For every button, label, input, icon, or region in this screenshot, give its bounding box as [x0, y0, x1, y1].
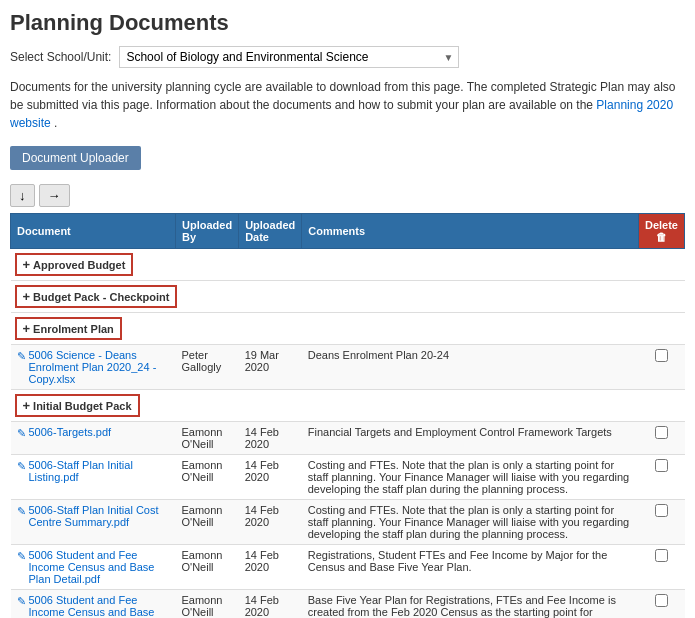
documents-table: Document Uploaded By Uploaded Date Comme…: [10, 213, 685, 618]
edit-icon: ✎: [17, 595, 26, 608]
delete-checkbox-cell: [638, 590, 684, 619]
uploaded-by-cell: Peter Gallogly: [176, 345, 239, 390]
delete-checkbox[interactable]: [655, 349, 668, 362]
collapse-all-button[interactable]: →: [39, 184, 70, 207]
col-header-delete: Delete 🗑: [638, 214, 684, 249]
school-select-label: Select School/Unit:: [10, 50, 111, 64]
edit-icon: ✎: [17, 350, 26, 363]
uploaded-date-cell: 14 Feb 2020: [239, 500, 302, 545]
comments-cell: Deans Enrolment Plan 20-24: [302, 345, 639, 390]
delete-label: Delete: [645, 219, 678, 231]
section-header-budget-pack-checkpoint: + Budget Pack - Checkpoint: [11, 281, 685, 313]
col-header-comments: Comments: [302, 214, 639, 249]
edit-icon: ✎: [17, 427, 26, 440]
description-text-before: Documents for the university planning cy…: [10, 80, 675, 112]
comments-cell: Costing and FTEs. Note that the plan is …: [302, 500, 639, 545]
page-title: Planning Documents: [0, 0, 695, 42]
comments-cell: Financial Targets and Employment Control…: [302, 422, 639, 455]
table-wrapper: Document Uploaded By Uploaded Date Comme…: [0, 213, 695, 618]
uploaded-date-cell: 14 Feb 2020: [239, 545, 302, 590]
uploaded-date-cell: 14 Feb 2020: [239, 422, 302, 455]
uploaded-by-cell: Eamonn O'Neill: [176, 545, 239, 590]
delete-checkbox[interactable]: [655, 426, 668, 439]
delete-checkbox[interactable]: [655, 504, 668, 517]
edit-icon: ✎: [17, 550, 26, 563]
section-label-initial-budget-pack[interactable]: + Initial Budget Pack: [15, 394, 140, 417]
uploaded-by-cell: Eamonn O'Neill: [176, 590, 239, 619]
col-header-document: Document: [11, 214, 176, 249]
table-header: Document Uploaded By Uploaded Date Comme…: [11, 214, 685, 249]
document-uploader-btn-wrapper: Document Uploader: [0, 138, 695, 178]
table-row: ✎5006 Student and Fee Income Census and …: [11, 545, 685, 590]
table-row: ✎5006-Staff Plan Initial Listing.pdfEamo…: [11, 455, 685, 500]
col-header-uploaded-by: Uploaded By: [176, 214, 239, 249]
comments-cell: Registrations, Student FTEs and Fee Inco…: [302, 545, 639, 590]
doc-name: 5006-Staff Plan Initial Listing.pdf: [29, 459, 170, 483]
section-label-approved-budget[interactable]: + Approved Budget: [15, 253, 134, 276]
doc-name: 5006 Student and Fee Income Census and B…: [29, 549, 170, 585]
document-link[interactable]: ✎5006-Targets.pdf: [17, 426, 170, 440]
table-row: ✎5006 Science - Deans Enrolment Plan 202…: [11, 345, 685, 390]
uploaded-date-cell: 14 Feb 2020: [239, 455, 302, 500]
document-link[interactable]: ✎5006 Student and Fee Income Census and …: [17, 594, 170, 618]
edit-icon: ✎: [17, 505, 26, 518]
delete-checkbox[interactable]: [655, 594, 668, 607]
toolbar: ↓ →: [0, 178, 695, 213]
uploaded-by-cell: Eamonn O'Neill: [176, 422, 239, 455]
document-link[interactable]: ✎5006-Staff Plan Initial Listing.pdf: [17, 459, 170, 483]
delete-checkbox-cell: [638, 422, 684, 455]
delete-checkbox-cell: [638, 545, 684, 590]
school-select-row: Select School/Unit: School of Biology an…: [0, 42, 695, 72]
description: Documents for the university planning cy…: [0, 72, 695, 138]
table-row: ✎5006 Student and Fee Income Census and …: [11, 590, 685, 619]
table-body: + Approved Budget+ Budget Pack - Checkpo…: [11, 249, 685, 619]
section-label-enrolment-plan[interactable]: + Enrolment Plan: [15, 317, 122, 340]
section-label-budget-pack-checkpoint[interactable]: + Budget Pack - Checkpoint: [15, 285, 178, 308]
document-link[interactable]: ✎5006 Student and Fee Income Census and …: [17, 549, 170, 585]
col-header-uploaded-date: Uploaded Date: [239, 214, 302, 249]
doc-name: 5006 Science - Deans Enrolment Plan 2020…: [29, 349, 170, 385]
comments-cell: Costing and FTEs. Note that the plan is …: [302, 455, 639, 500]
plus-icon: +: [23, 321, 31, 336]
document-uploader-button[interactable]: Document Uploader: [10, 146, 141, 170]
delete-checkbox-cell: [638, 345, 684, 390]
expand-all-button[interactable]: ↓: [10, 184, 35, 207]
uploaded-by-cell: Eamonn O'Neill: [176, 500, 239, 545]
delete-checkbox[interactable]: [655, 549, 668, 562]
delete-checkbox-cell: [638, 500, 684, 545]
uploaded-date-cell: 19 Mar 2020: [239, 345, 302, 390]
document-link[interactable]: ✎5006 Science - Deans Enrolment Plan 202…: [17, 349, 170, 385]
section-header-enrolment-plan: + Enrolment Plan: [11, 313, 685, 345]
uploaded-by-cell: Eamonn O'Neill: [176, 455, 239, 500]
table-row: ✎5006-Targets.pdfEamonn O'Neill14 Feb 20…: [11, 422, 685, 455]
document-link[interactable]: ✎5006-Staff Plan Initial Cost Centre Sum…: [17, 504, 170, 528]
description-text-after: .: [54, 116, 57, 130]
table-row: ✎5006-Staff Plan Initial Cost Centre Sum…: [11, 500, 685, 545]
delete-checkbox-cell: [638, 455, 684, 500]
school-select-wrapper: School of Biology and Environmental Scie…: [119, 46, 459, 68]
plus-icon: +: [23, 398, 31, 413]
doc-name: 5006-Targets.pdf: [29, 426, 112, 438]
uploaded-date-cell: 14 Feb 2020: [239, 590, 302, 619]
section-header-initial-budget-pack: + Initial Budget Pack: [11, 390, 685, 422]
delete-icon: 🗑: [645, 231, 678, 243]
doc-name: 5006-Staff Plan Initial Cost Centre Summ…: [29, 504, 170, 528]
delete-checkbox[interactable]: [655, 459, 668, 472]
school-select[interactable]: School of Biology and Environmental Scie…: [119, 46, 459, 68]
edit-icon: ✎: [17, 460, 26, 473]
plus-icon: +: [23, 289, 31, 304]
doc-name: 5006 Student and Fee Income Census and B…: [29, 594, 170, 618]
plus-icon: +: [23, 257, 31, 272]
section-header-approved-budget: + Approved Budget: [11, 249, 685, 281]
comments-cell: Base Five Year Plan for Registrations, F…: [302, 590, 639, 619]
